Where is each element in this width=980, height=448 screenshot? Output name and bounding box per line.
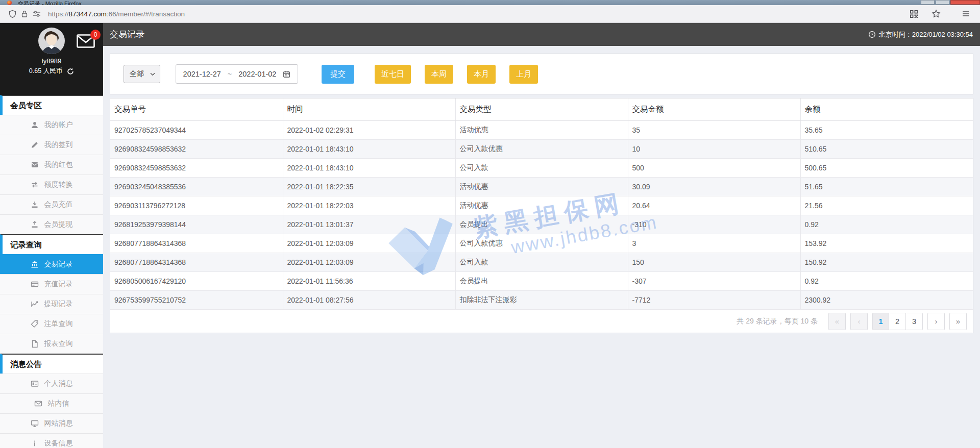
last-page-button[interactable]: » <box>949 313 967 330</box>
sidebar-item-label: 我的签到 <box>44 140 73 150</box>
balance: 0.65 人民币 <box>29 67 62 76</box>
date-from: 2021-12-27 <box>183 70 221 78</box>
page-button-1[interactable]: 1 <box>872 313 889 330</box>
table-cell: 20.64 <box>628 196 800 215</box>
table-cell: 活动优惠 <box>455 120 628 139</box>
sidebar-item-quota-transfer[interactable]: 额度转换 <box>0 175 103 194</box>
table-cell: 510.65 <box>800 139 973 158</box>
sidebar-item-site-mail[interactable]: 站内信 <box>0 393 103 413</box>
avatar[interactable] <box>38 28 65 54</box>
table-cell: 会员提出 <box>455 215 628 234</box>
messages-button[interactable]: 0 <box>77 34 95 48</box>
first-page-button[interactable]: « <box>828 313 846 330</box>
column-header: 交易金额 <box>628 98 800 120</box>
table-cell: 会员提出 <box>455 271 628 290</box>
browser-titlebar: 交易记录 - Mozilla Firefox <box>0 0 980 5</box>
pencil-icon <box>31 141 39 149</box>
sidebar-item-withdraw-records[interactable]: 提现记录 <box>0 294 103 314</box>
table-panel: 交易单号时间交易类型交易金额余额 9270257852370493442022-… <box>110 98 973 333</box>
permissions-sliders-icon[interactable] <box>31 8 43 20</box>
table-row: 9269032450483855362022-01-01 18:22:35活动优… <box>110 177 973 196</box>
page-title: 交易记录 <box>110 29 144 40</box>
column-header: 时间 <box>283 98 455 120</box>
table-cell: -7712 <box>628 290 800 309</box>
deposit-icon <box>31 201 39 209</box>
table-row: 9268192539793981442022-01-01 13:01:37会员提… <box>110 215 973 234</box>
quick-button-last-month[interactable]: 上月 <box>509 65 538 84</box>
sidebar-item-label: 个人消息 <box>44 379 73 388</box>
table-row: 9269083245988536322022-01-01 18:43:10公司入… <box>110 158 973 177</box>
next-page-button[interactable]: › <box>927 313 945 330</box>
bookmark-star-icon[interactable] <box>930 8 942 20</box>
submit-button[interactable]: 提交 <box>322 65 354 84</box>
sidebar-item-member-withdraw[interactable]: 会员提现 <box>0 214 103 234</box>
sidebar-item-transaction-records[interactable]: 交易记录 <box>0 254 103 274</box>
qr-code-icon[interactable] <box>908 8 920 20</box>
sidebar-item-label: 站内信 <box>48 399 69 408</box>
table-cell: 2022-01-01 18:22:35 <box>283 177 455 196</box>
prev-page-button[interactable]: ‹ <box>850 313 868 330</box>
type-select[interactable]: 全部 <box>124 65 160 83</box>
table-cell: 活动优惠 <box>455 196 628 215</box>
calendar-icon <box>283 70 290 78</box>
sidebar-item-device-info[interactable]: 设备信息 <box>0 433 103 448</box>
window-title: 交易记录 - Mozilla Firefox <box>18 0 82 5</box>
minimize-button[interactable] <box>921 0 935 5</box>
table-cell: 35.65 <box>800 120 973 139</box>
table-cell: 扣除非法下注派彩 <box>455 290 628 309</box>
table-cell: 2022-01-01 12:03:09 <box>283 234 455 253</box>
table-cell: 10 <box>628 139 800 158</box>
quick-button-last-7-days[interactable]: 近七日 <box>375 65 411 84</box>
table-cell: 21.56 <box>800 196 973 215</box>
menu-hamburger-icon[interactable] <box>960 8 972 20</box>
card-icon <box>31 280 39 288</box>
sidebar-item-member-deposit[interactable]: 会员充值 <box>0 194 103 214</box>
sidebar-item-report-query[interactable]: 报表查询 <box>0 334 103 354</box>
sidebar-item-site-messages[interactable]: 网站消息 <box>0 413 103 433</box>
refresh-balance-icon[interactable] <box>67 68 74 75</box>
table-cell: 2022-01-01 08:27:56 <box>283 290 455 309</box>
date-range-input[interactable]: 2021-12-27 ~ 2022-01-02 <box>176 64 298 84</box>
column-header: 余额 <box>800 98 973 120</box>
table-cell: 150 <box>628 253 800 271</box>
username: ly8989 <box>0 57 103 65</box>
mail-icon <box>34 400 42 408</box>
shield-icon[interactable] <box>6 8 18 20</box>
table-row: 9270257852370493442022-01-02 02:29:31活动优… <box>110 120 973 139</box>
sidebar-item-label: 报表查询 <box>44 339 73 349</box>
sidebar-item-my-account[interactable]: 我的帐户 <box>0 115 103 135</box>
page-button-2[interactable]: 2 <box>889 313 906 330</box>
sidebar-item-label: 我的红包 <box>44 160 73 169</box>
sidebar-item-my-red-packet[interactable]: 我的红包 <box>0 155 103 175</box>
table-cell: 927025785237049344 <box>110 120 283 139</box>
table-row: 9268050061674291202022-01-01 11:56:36会员提… <box>110 271 973 290</box>
chevron-down-icon <box>150 72 155 76</box>
transactions-table: 交易单号时间交易类型交易金额余额 9270257852370493442022-… <box>110 98 973 309</box>
table-cell: 公司入款优惠 <box>455 234 628 253</box>
content: 全部 2021-12-27 ~ 2022-01-02 提交 <box>103 46 980 448</box>
sidebar-item-deposit-records[interactable]: 充值记录 <box>0 274 103 294</box>
quick-button-this-week[interactable]: 本周 <box>425 65 453 84</box>
sidebar-item-personal-messages[interactable]: 个人消息 <box>0 374 103 393</box>
sidebar-item-bet-query[interactable]: 注单查询 <box>0 314 103 334</box>
table-cell: 2022-01-01 18:43:10 <box>283 158 455 177</box>
lock-icon[interactable] <box>18 8 31 20</box>
table-cell: 926908324598853632 <box>110 139 283 158</box>
table-cell: 2022-01-01 13:01:37 <box>283 215 455 234</box>
monitor-icon <box>31 419 39 428</box>
maximize-button[interactable] <box>936 0 949 5</box>
close-button[interactable] <box>950 0 980 5</box>
table-cell: 2022-01-01 12:03:09 <box>283 253 455 271</box>
app: 0 ly8989 0.65 人民币 会员专区我的帐户我的签到我的红包额度转换会员… <box>0 23 980 448</box>
sidebar-item-my-checkin[interactable]: 我的签到 <box>0 135 103 155</box>
table-cell: 2022-01-01 18:43:10 <box>283 139 455 158</box>
page-button-3[interactable]: 3 <box>906 313 923 330</box>
quick-button-this-month[interactable]: 本月 <box>467 65 496 84</box>
page-buttons: 123 <box>872 313 923 330</box>
window-controls <box>921 0 980 5</box>
sidebar-item-label: 注单查询 <box>44 319 73 329</box>
url-text[interactable]: https://873447.com:66/member/#/transacti… <box>48 10 185 18</box>
unread-badge: 0 <box>90 30 101 40</box>
table-cell: 30.09 <box>628 177 800 196</box>
browser-urlbar: https://873447.com:66/member/#/transacti… <box>0 5 980 23</box>
